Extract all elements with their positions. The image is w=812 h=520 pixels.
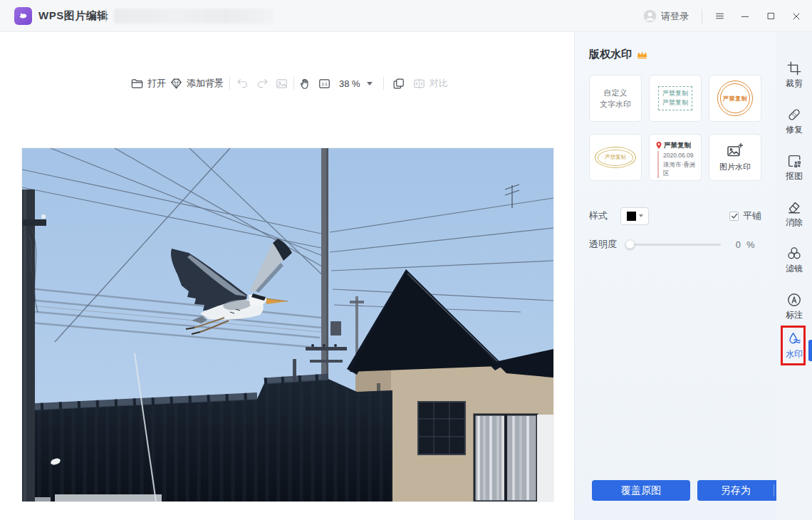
hand-icon bbox=[298, 77, 312, 90]
tile-label: 平铺 bbox=[743, 209, 761, 222]
template-custom-line2: 文字水印 bbox=[600, 98, 631, 110]
overwrite-original-label: 覆盖原图 bbox=[621, 484, 661, 497]
login-button[interactable]: 请登录 bbox=[642, 9, 689, 24]
close-button[interactable] bbox=[789, 0, 803, 32]
add-background-label: 添加背景 bbox=[187, 77, 224, 90]
title-bar: WPS图片编辑 请登录 bbox=[0, 0, 812, 32]
app-title: WPS图片编辑 bbox=[38, 9, 108, 23]
add-background-button[interactable]: 添加背景 bbox=[170, 73, 224, 93]
folder-icon bbox=[130, 77, 144, 90]
style-color-dropdown[interactable] bbox=[620, 207, 649, 225]
toolbar-divider-2 bbox=[293, 77, 294, 90]
opacity-slider-handle[interactable] bbox=[625, 240, 635, 249]
rail-item-cutout[interactable]: 抠图 bbox=[776, 153, 812, 184]
cutout-icon bbox=[786, 153, 802, 169]
insert-image-button[interactable] bbox=[275, 73, 288, 93]
panel-title: 版权水印 bbox=[589, 48, 648, 61]
titlebar-divider-2 bbox=[702, 9, 702, 24]
rail-item-crop[interactable]: 裁剪 bbox=[776, 61, 812, 92]
curtain-window bbox=[474, 415, 537, 501]
compare-label: 对比 bbox=[430, 77, 448, 90]
template-oval-stamp-text: · 严禁复制 · bbox=[598, 150, 633, 166]
rail-item-filter[interactable]: 滤镜 bbox=[776, 246, 812, 277]
panel-title-text: 版权水印 bbox=[589, 48, 632, 61]
chevron-down-icon bbox=[367, 82, 373, 85]
zoom-level-dropdown[interactable]: 38 % bbox=[339, 73, 373, 93]
tile-checkbox[interactable] bbox=[729, 212, 739, 221]
rail-item-annotate[interactable]: 标注 bbox=[776, 292, 812, 323]
close-icon bbox=[791, 11, 802, 22]
toolbar-divider bbox=[229, 77, 230, 90]
eraser-icon bbox=[786, 199, 802, 215]
template-oval-stamp[interactable]: · 严禁复制 · bbox=[589, 134, 642, 181]
template-round-stamp[interactable]: 严禁复制 bbox=[709, 75, 761, 122]
annotate-icon bbox=[786, 292, 802, 308]
template-custom-line1: 自定义 bbox=[600, 87, 631, 99]
active-tool-indicator bbox=[808, 340, 812, 361]
open-label: 打开 bbox=[147, 77, 166, 90]
opacity-label: 透明度 bbox=[589, 238, 617, 251]
watermark-template-grid: 自定义 文字水印 严禁复制 严禁复制 严禁复制 · 严禁复制 · bbox=[589, 75, 761, 181]
zoom-level-value: 38 % bbox=[339, 78, 360, 89]
minimize-button[interactable] bbox=[738, 0, 752, 32]
rail-item-repair[interactable]: 修复 bbox=[776, 107, 812, 138]
undo-button[interactable] bbox=[236, 73, 249, 93]
template-image-watermark-label: 图片水印 bbox=[719, 162, 751, 172]
watermark-panel: 版权水印 自定义 文字水印 严禁复制 严禁复制 严禁复制 · 严禁复制 · bbox=[574, 32, 776, 520]
menu-button[interactable] bbox=[712, 0, 727, 32]
document-title-blurred bbox=[114, 9, 274, 24]
redo-button[interactable] bbox=[256, 73, 269, 93]
filter-circles-icon bbox=[786, 246, 802, 261]
chevron-down-icon bbox=[639, 214, 643, 217]
check-icon bbox=[731, 213, 738, 219]
location-pin-icon bbox=[655, 141, 662, 150]
template-dashed-box[interactable]: 严禁复制 严禁复制 bbox=[649, 75, 702, 122]
app-logo-icon bbox=[14, 7, 32, 25]
hand-tool-button[interactable] bbox=[298, 73, 312, 93]
template-image-watermark[interactable]: 图片水印 bbox=[709, 134, 761, 181]
style-row: 样式 平铺 bbox=[589, 207, 761, 225]
ratio-1-1-icon: 1:1 bbox=[318, 77, 331, 90]
crop-icon bbox=[786, 61, 802, 76]
hamburger-icon bbox=[714, 10, 726, 22]
rail-label-crop: 裁剪 bbox=[786, 78, 803, 90]
save-as-label: 另存为 bbox=[697, 484, 774, 497]
opacity-unit: % bbox=[746, 239, 755, 250]
titlebar-divider bbox=[105, 9, 106, 23]
tool-rail: 裁剪 修复 抠图 消除 滤镜 bbox=[776, 32, 812, 520]
copy-icon bbox=[392, 77, 405, 90]
color-swatch-black bbox=[627, 212, 636, 221]
minimize-icon bbox=[739, 11, 751, 22]
template-custom-text[interactable]: 自定义 文字水印 bbox=[589, 75, 642, 122]
tile-checkbox-group[interactable]: 平铺 bbox=[729, 209, 761, 222]
rail-label-annotate: 标注 bbox=[786, 309, 803, 321]
maximize-icon bbox=[766, 11, 776, 21]
template-geo-title: 严禁复制 bbox=[664, 141, 691, 150]
open-button[interactable]: 打开 bbox=[130, 73, 166, 93]
rail-item-erase[interactable]: 消除 bbox=[776, 199, 812, 231]
bandaid-icon bbox=[786, 107, 802, 123]
login-label: 请登录 bbox=[661, 10, 689, 23]
maximize-button[interactable] bbox=[764, 0, 778, 32]
template-dashed-line2: 严禁复制 bbox=[662, 98, 688, 108]
avatar-icon bbox=[642, 9, 657, 24]
svg-text:1:1: 1:1 bbox=[321, 81, 327, 85]
rail-label-erase: 消除 bbox=[786, 217, 803, 229]
template-geo-stamp[interactable]: 严禁复制 2020.06.09 珠海市·香洲区 bbox=[649, 134, 702, 181]
template-round-stamp-text: 严禁复制 bbox=[720, 83, 750, 113]
opacity-row: 透明度 0 % bbox=[589, 237, 761, 251]
rail-item-watermark[interactable]: 水印 bbox=[776, 331, 812, 363]
actual-size-button[interactable]: 1:1 bbox=[318, 73, 331, 93]
overwrite-original-button[interactable]: 覆盖原图 bbox=[592, 480, 690, 501]
canvas-photo[interactable] bbox=[22, 148, 553, 501]
compare-button[interactable]: 对比 bbox=[412, 73, 448, 93]
watermark-drop-icon bbox=[786, 331, 802, 347]
crown-icon bbox=[636, 50, 648, 59]
style-label: 样式 bbox=[589, 209, 608, 222]
copy-button[interactable] bbox=[392, 73, 405, 93]
rail-label-watermark: 水印 bbox=[786, 348, 803, 360]
gem-icon bbox=[170, 77, 183, 90]
compare-icon bbox=[412, 77, 426, 90]
toolbar-divider-3 bbox=[383, 77, 384, 90]
opacity-slider-track[interactable] bbox=[627, 244, 721, 246]
